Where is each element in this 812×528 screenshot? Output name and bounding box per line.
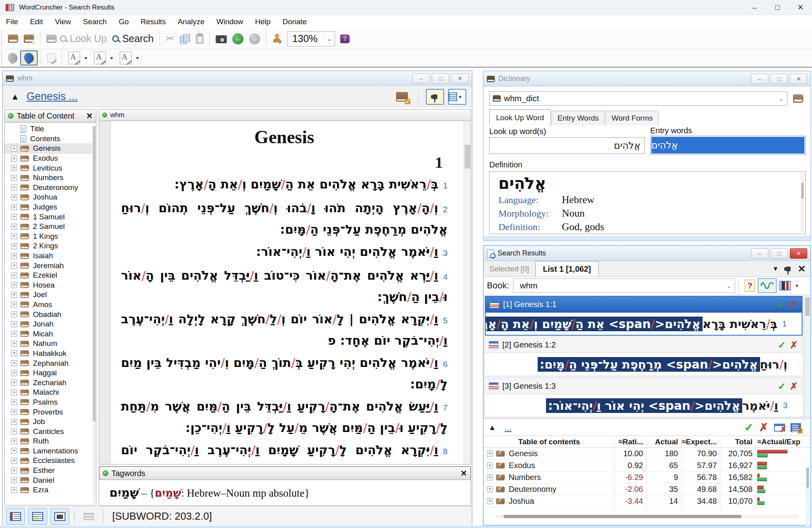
back-button[interactable]: ← — [230, 32, 246, 46]
result-2[interactable]: [2] Genesis 1:2✓✗וְ/רוּחַ אֱלֹהִים</span… — [485, 337, 802, 375]
menu-item-results[interactable]: Results — [135, 17, 172, 26]
stats-row-exodus[interactable]: +Exodus0.926557.9716,927 — [484, 460, 810, 472]
scripture-view[interactable]: Genesis 1 1בְּ/רֵאשִׁית בָּרָא אֱלֹהִים … — [99, 121, 471, 465]
expand-icon[interactable]: + — [11, 165, 17, 171]
dict-close-button[interactable]: ✕ — [790, 74, 807, 84]
text-tab[interactable]: whm — [99, 109, 471, 121]
result-header[interactable]: [2] Genesis 1:2✓✗ — [485, 337, 802, 353]
expand-icon[interactable]: + — [11, 341, 17, 347]
toc-item-exodus[interactable]: +Exodus — [5, 154, 96, 163]
tagwords-header[interactable]: Tagwords ✕ — [99, 467, 471, 480]
toc-item-contents[interactable]: Contents — [5, 134, 96, 144]
menu-item-search[interactable]: Search — [77, 17, 113, 26]
tab-selected[interactable]: Selected [0] — [489, 265, 529, 273]
lookup-input[interactable]: אֱלֹהִים — [489, 137, 645, 154]
toc-item-leviticus[interactable]: +Leviticus — [5, 163, 96, 173]
app-minimize-button[interactable]: – — [743, 0, 766, 15]
toc-item-micah[interactable]: +Micah — [5, 329, 96, 339]
collapse-icon[interactable]: ▼ — [772, 265, 779, 273]
toc-item-habakkuk[interactable]: +Habakkuk — [5, 349, 96, 359]
stats-row-genesis[interactable]: +Genesis10.0018070.9020,705 — [484, 448, 810, 460]
expand-icon[interactable]: + — [11, 477, 17, 483]
tab-entry-words[interactable]: Entry Words — [552, 111, 605, 125]
stats-row-deuteronomy[interactable]: +Deuteronomy-2.063549.6814,508 — [484, 484, 810, 495]
toc-item-2-samuel[interactable]: +2 Samuel — [5, 222, 96, 232]
toc-item-canticles[interactable]: +Canticles — [5, 426, 96, 436]
font-style-button-3[interactable]: A — [117, 50, 134, 66]
tagwords-close-icon[interactable]: ✕ — [460, 468, 467, 478]
toc-item-isaiah[interactable]: +Isaiah — [5, 251, 96, 261]
result-header[interactable]: [3] Genesis 1:3✓✗ — [485, 378, 802, 394]
toc-item-judges[interactable]: +Judges — [5, 202, 96, 212]
stats-row-joshua[interactable]: +Joshua-3.441434.4810,070 — [484, 495, 810, 507]
toc-item-joel[interactable]: +Joel — [5, 290, 96, 300]
expand-icon[interactable]: + — [11, 233, 17, 239]
distribution-graph-button[interactable] — [758, 278, 777, 293]
dict-restore-button[interactable]: □ — [770, 74, 788, 84]
highlighter-off-button[interactable] — [5, 51, 20, 65]
font-style-dropdown-2[interactable]: ▾ — [110, 55, 113, 61]
whm-titlebar[interactable]: whm – □ ✕ — [3, 71, 472, 86]
verse-8[interactable]: 8וַ/יִּקְרָא אֱלֹהִים לָ/רָקִיעַ שָׁמָיִ… — [121, 440, 448, 464]
toggle-notes-button[interactable] — [28, 508, 47, 525]
stats-row-numbers[interactable]: +Numbers-6.29956.7816,582 — [484, 472, 810, 484]
entry-selected-item[interactable]: אֱלֹהִים — [651, 137, 804, 154]
whm-restore-button[interactable]: □ — [432, 73, 449, 84]
keep-result-icon[interactable]: ✓ — [777, 299, 785, 310]
toc-item-malachi[interactable]: +Malachi — [5, 388, 96, 397]
toc-item-obadiah[interactable]: +Obadiah — [5, 309, 96, 319]
tab-word-forms[interactable]: Word Forms — [605, 111, 659, 125]
result-1[interactable]: [1] Genesis 1:1✓✗1בְּ/רֵאשִׁית בָּרָא אֱ… — [485, 296, 802, 336]
keep-result-icon[interactable]: ✓ — [778, 381, 786, 392]
verse-5[interactable]: 5וַ/יִּקְרָא אֱלֹהִים | לָ/אוֹר יוֹם וְ/… — [121, 309, 448, 350]
menu-item-window[interactable]: Window — [211, 17, 249, 26]
toc-item-title[interactable]: Title — [5, 124, 96, 134]
app-close-button[interactable]: ✕ — [789, 0, 812, 15]
toggle-tagwords-button[interactable] — [50, 508, 69, 525]
pin-button[interactable] — [426, 89, 444, 105]
table-options-icon[interactable] — [791, 423, 801, 432]
breadcrumb[interactable]: Genesis ... — [27, 90, 78, 103]
expand-icon[interactable]: + — [487, 463, 493, 468]
zoom-select[interactable]: 130% ⌄ — [287, 31, 335, 46]
expand-icon[interactable]: + — [487, 486, 493, 492]
toc-item-genesis[interactable]: +Genesis — [5, 144, 96, 154]
toc-item-joshua[interactable]: +Joshua — [5, 192, 96, 202]
toc-item-nahum[interactable]: +Nahum — [5, 339, 96, 349]
erase-highlight-button[interactable] — [44, 52, 59, 64]
import-book-button[interactable] — [21, 33, 37, 44]
verse-4[interactable]: 4וַ/יַּרְא אֱלֹהִים אֶת־הָ/אוֹר כִּי־טוֹ… — [121, 265, 448, 307]
font-style-dropdown-3[interactable]: ▾ — [136, 55, 139, 61]
toc-item-ruth[interactable]: +Ruth — [5, 436, 96, 446]
tab-look-up-word[interactable]: Look Up Word — [489, 109, 551, 126]
sr-close-button[interactable]: ✕ — [790, 248, 807, 259]
expand-icon[interactable]: + — [487, 474, 493, 480]
expand-icon[interactable]: + — [11, 194, 17, 200]
expand-icon[interactable]: + — [11, 331, 17, 337]
expand-icon[interactable]: + — [11, 156, 17, 161]
forward-button[interactable]: → — [246, 32, 263, 46]
toggle-toc-button[interactable] — [6, 508, 25, 525]
help-book-button[interactable]: ? — [337, 33, 352, 45]
expand-icon[interactable]: + — [11, 146, 17, 152]
expand-icon[interactable]: + — [11, 273, 17, 278]
expand-icon[interactable]: + — [11, 214, 17, 220]
view-columns-button[interactable]: ▾ — [448, 89, 466, 105]
expand-icon[interactable]: + — [11, 224, 17, 230]
toggle-lines-button[interactable] — [79, 508, 98, 525]
highlighter-active-button[interactable] — [20, 50, 38, 65]
expand-icon[interactable]: + — [11, 370, 17, 376]
toc-item-psalms[interactable]: +Psalms — [5, 397, 96, 407]
toc-item-deuteronomy[interactable]: +Deuteronomy — [5, 183, 96, 193]
open-dictionary-button[interactable] — [790, 91, 806, 106]
text-scrollbar[interactable] — [463, 121, 471, 464]
expand-icon[interactable]: + — [11, 399, 17, 405]
menu-item-view[interactable]: View — [49, 17, 77, 26]
expand-icon[interactable]: + — [11, 458, 17, 464]
toc-item-amos[interactable]: +Amos — [5, 300, 96, 310]
toc-item-job[interactable]: +Job — [5, 417, 96, 427]
include-icon[interactable]: ✓ — [744, 421, 753, 434]
screenshot-button[interactable] — [213, 33, 230, 45]
verse-3[interactable]: 3וַ/יֹּאמֶר אֱלֹהִים יְהִי אוֹר וַ/יְהִי… — [121, 242, 448, 263]
whm-close-button[interactable]: ✕ — [451, 73, 469, 84]
